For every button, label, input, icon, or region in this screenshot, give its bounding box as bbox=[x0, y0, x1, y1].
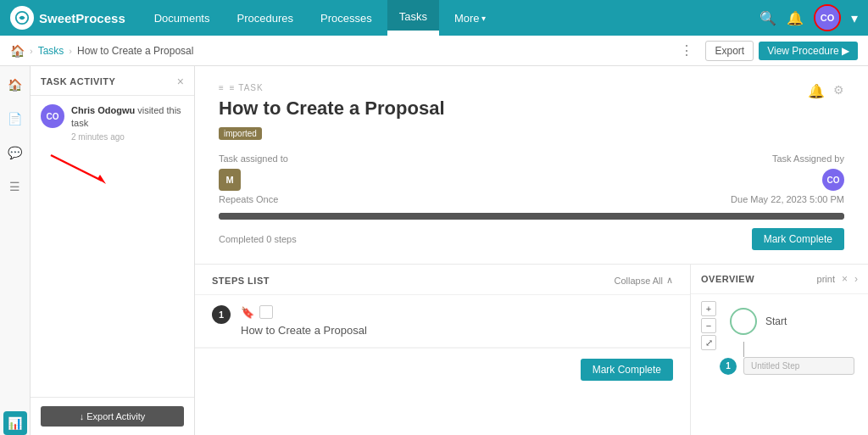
view-procedure-button[interactable]: View Procedure ▶ bbox=[759, 42, 858, 60]
logo[interactable]: SweetProcess bbox=[10, 6, 125, 30]
nav-documents[interactable]: Documents bbox=[142, 0, 222, 36]
flow-diagram: Start 1 Untitled Step bbox=[698, 301, 861, 428]
zoom-controls: + − ⤢ bbox=[701, 301, 716, 350]
fit-button[interactable]: ⤢ bbox=[701, 335, 716, 350]
steps-footer: Mark Complete bbox=[195, 348, 690, 391]
user-dropdown-icon[interactable]: ▾ bbox=[851, 10, 858, 26]
task-title: How to Create a Proposal bbox=[219, 98, 445, 120]
steps-header: STEPS LIST Collapse All ∧ bbox=[195, 265, 690, 295]
activity-close-button[interactable]: × bbox=[177, 75, 184, 88]
bell-icon[interactable]: 🔔 bbox=[787, 10, 804, 26]
current-breadcrumb: How to Create a Proposal bbox=[77, 45, 193, 57]
steps-title: STEPS LIST bbox=[212, 276, 270, 286]
step-checkbox[interactable] bbox=[259, 305, 273, 319]
breadcrumb-sep-1: › bbox=[30, 46, 33, 56]
task-icons: 🔔 ⚙ bbox=[808, 83, 844, 99]
assignee-avatar: M bbox=[219, 169, 241, 191]
main-content: ≡ ≡ TASK How to Create a Proposal import… bbox=[195, 66, 868, 435]
zoom-out-button[interactable]: − bbox=[701, 318, 716, 333]
task-label: ≡ ≡ TASK bbox=[219, 83, 445, 92]
due-label: Due May 22, 2023 5:00 PM bbox=[731, 194, 844, 204]
arrow-annotation bbox=[42, 147, 194, 192]
task-card: ≡ ≡ TASK How to Create a Proposal import… bbox=[195, 66, 868, 265]
flow-arrow-down bbox=[743, 342, 744, 357]
step-bookmark-icon[interactable]: 🔖 bbox=[241, 306, 254, 319]
overview-header: OVERVIEW print × › bbox=[691, 265, 868, 294]
nav-more[interactable]: More ▾ bbox=[442, 0, 498, 36]
assigned-by-label: Task Assigned by bbox=[731, 153, 844, 164]
step-number: 1 bbox=[212, 305, 231, 324]
start-label: Start bbox=[765, 315, 787, 327]
breadcrumb-more-icon[interactable]: ⋮ bbox=[680, 42, 693, 59]
svg-line-1 bbox=[51, 155, 102, 181]
collapse-all-button[interactable]: Collapse All ∧ bbox=[615, 275, 673, 286]
export-button[interactable]: Export bbox=[705, 41, 754, 61]
start-circle bbox=[730, 308, 757, 335]
top-nav: SweetProcess Documents Procedures Proces… bbox=[0, 0, 868, 36]
tasks-breadcrumb[interactable]: Tasks bbox=[38, 45, 64, 57]
task-bell-icon[interactable]: 🔔 bbox=[808, 83, 825, 99]
steps-mark-complete-button[interactable]: Mark Complete bbox=[581, 359, 673, 381]
overview-print[interactable]: print bbox=[817, 274, 835, 284]
activity-time: 2 minutes ago bbox=[71, 132, 184, 142]
activity-panel: TASK ACTIVITY × CO Chris Odogwu visited … bbox=[31, 66, 195, 435]
overview-close-icon[interactable]: × bbox=[842, 273, 848, 285]
progress-bar-fill bbox=[219, 213, 844, 220]
sidebar-list-icon[interactable]: ☰ bbox=[3, 175, 27, 198]
collapse-icon: ∧ bbox=[666, 275, 673, 286]
overview-next-icon[interactable]: › bbox=[854, 273, 858, 285]
sidebar-docs-icon[interactable]: 📄 bbox=[3, 107, 27, 131]
flow-step-number: 1 bbox=[720, 358, 737, 375]
export-activity-button[interactable]: ↓ Export Activity bbox=[41, 406, 184, 427]
nav-tasks[interactable]: Tasks bbox=[387, 0, 439, 36]
flow-start-node: Start bbox=[730, 308, 854, 335]
nav-processes[interactable]: Processes bbox=[309, 0, 384, 36]
bottom-section: STEPS LIST Collapse All ∧ 1 🔖 bbox=[195, 265, 868, 435]
sidebar-home-icon[interactable]: 🏠 bbox=[3, 73, 27, 97]
activity-header: TASK ACTIVITY × bbox=[31, 66, 194, 96]
task-title-row: ≡ ≡ TASK How to Create a Proposal import… bbox=[219, 83, 844, 153]
activity-text-block: Chris Odogwu visited this task 2 minutes… bbox=[71, 104, 184, 142]
task-meta: Task assigned to M Repeats Once Task Ass… bbox=[219, 153, 844, 204]
task-footer: Completed 0 steps Mark Complete bbox=[219, 228, 844, 250]
task-assigned-by: Task Assigned by CO Due May 22, 2023 5:0… bbox=[731, 153, 844, 204]
svg-marker-2 bbox=[97, 175, 106, 184]
assigned-to-label: Task assigned to bbox=[219, 153, 288, 164]
step-icons: 🔖 bbox=[241, 305, 673, 319]
user-avatar: CO bbox=[815, 6, 839, 30]
task-settings-icon[interactable]: ⚙ bbox=[833, 83, 844, 99]
activity-footer: ↓ Export Activity bbox=[31, 397, 194, 435]
task-assigned-to: Task assigned to M Repeats Once bbox=[219, 153, 288, 204]
step-content: 🔖 How to Create a Proposal bbox=[241, 305, 673, 337]
completed-steps: Completed 0 steps bbox=[219, 234, 297, 244]
zoom-in-button[interactable]: + bbox=[701, 301, 716, 316]
sidebar-chat-icon[interactable]: 💬 bbox=[3, 141, 27, 165]
imported-badge: imported bbox=[219, 127, 262, 140]
nav-icons: 🔍 🔔 CO ▾ bbox=[760, 4, 858, 31]
logo-text: SweetProcess bbox=[39, 11, 125, 25]
user-avatar-wrapper[interactable]: CO bbox=[814, 4, 841, 31]
overview-actions: print × › bbox=[817, 273, 858, 285]
overview-panel: OVERVIEW print × › + − ⤢ bbox=[690, 265, 868, 435]
table-row: 1 🔖 How to Create a Proposal bbox=[195, 295, 690, 348]
search-icon[interactable]: 🔍 bbox=[760, 10, 776, 26]
repeats-label: Repeats Once bbox=[219, 194, 288, 204]
main-layout: 🏠 📄 💬 ☰ 📊 TASK ACTIVITY × CO Chris Odogw… bbox=[0, 66, 868, 435]
activity-description: Chris Odogwu visited this task bbox=[71, 104, 184, 131]
activity-avatar: CO bbox=[41, 104, 64, 128]
home-breadcrumb[interactable]: 🏠 bbox=[10, 44, 25, 58]
overview-title: OVERVIEW bbox=[701, 274, 754, 284]
logo-icon bbox=[10, 6, 34, 30]
breadcrumb-sep-2: › bbox=[69, 46, 72, 56]
step-name: How to Create a Proposal bbox=[241, 324, 673, 337]
nav-procedures[interactable]: Procedures bbox=[225, 0, 304, 36]
activity-item: CO Chris Odogwu visited this task 2 minu… bbox=[31, 96, 194, 150]
activity-panel-title: TASK ACTIVITY bbox=[41, 76, 115, 86]
sidebar-chart-icon[interactable]: 📊 bbox=[3, 411, 27, 435]
activity-user: Chris Odogwu bbox=[71, 105, 135, 115]
mark-complete-button[interactable]: Mark Complete bbox=[752, 228, 844, 250]
overview-body: + − ⤢ Start 1 Untitled Step bbox=[691, 294, 868, 435]
assigning-avatar: CO bbox=[822, 169, 844, 191]
breadcrumb-bar: 🏠 › Tasks › How to Create a Proposal ⋮ E… bbox=[0, 36, 868, 66]
flow-step-node: 1 Untitled Step bbox=[720, 357, 854, 375]
